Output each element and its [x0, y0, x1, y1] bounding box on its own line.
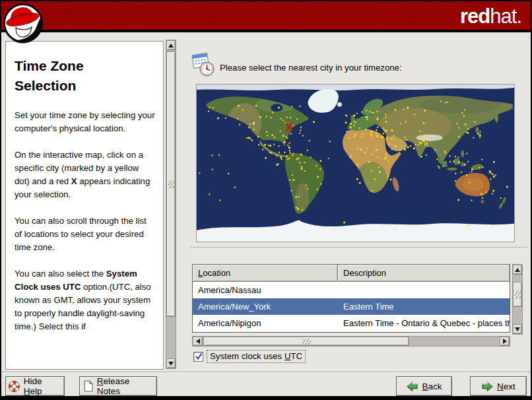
location-cell: America/Nassau	[193, 282, 338, 298]
table-body: America/NassauAmerica/New_YorkEastern Ti…	[193, 282, 510, 331]
scrollbar-thumb[interactable]	[513, 282, 522, 307]
release-notes-button[interactable]: Release Notes	[79, 376, 157, 396]
location-cell: America/Nipigon	[193, 315, 338, 331]
world-map[interactable]	[197, 84, 514, 242]
table-row[interactable]: America/NipigonEastern Time - Ontario & …	[193, 315, 510, 331]
help-text: Set your time zone by selecting your com…	[13, 109, 156, 333]
utc-checkbox-label[interactable]: System clock uses UTC	[207, 350, 306, 363]
hide-help-button[interactable]: Hide Help	[5, 376, 65, 396]
help-panel: Time Zone Selection Set your time zone b…	[5, 41, 164, 370]
page-title: Time Zone Selection	[15, 56, 120, 96]
thumb-grip	[515, 290, 521, 299]
table-header: Location Description	[193, 265, 510, 282]
footer-separator	[1, 372, 531, 373]
up-arrow-icon	[515, 268, 520, 272]
utc-checkbox[interactable]	[193, 352, 203, 362]
scroll-left-button[interactable]	[193, 337, 203, 346]
help-paragraph: You can also scroll through the list of …	[15, 215, 156, 254]
table-horizontal-scrollbar[interactable]	[192, 336, 510, 347]
life-buoy-icon	[8, 380, 20, 393]
up-arrow-icon	[168, 44, 174, 48]
scroll-down-button[interactable]	[166, 358, 176, 368]
brand-bold: red	[460, 5, 490, 28]
timezone-table: Location Description America/NassauAmeri…	[192, 264, 510, 333]
right-arrow-icon	[503, 339, 507, 344]
back-label: Back	[422, 382, 442, 391]
table-vertical-scrollbar[interactable]	[512, 264, 523, 335]
brand-light: hat.	[490, 5, 521, 28]
document-icon	[83, 380, 94, 393]
next-arrow-icon	[481, 381, 494, 392]
next-button[interactable]: Next	[470, 376, 527, 396]
column-header-description[interactable]: Description	[338, 265, 510, 282]
back-arrow-icon	[406, 381, 418, 392]
next-label: Next	[497, 382, 515, 391]
description-cell	[338, 282, 510, 298]
location-cell: America/New_York	[193, 298, 338, 315]
scrollbar-thumb[interactable]	[166, 51, 176, 317]
title-bar	[1, 1, 531, 32]
utc-option-row: System clock uses UTC	[193, 350, 306, 363]
checkmark-icon	[195, 352, 203, 360]
help-paragraph: You can also select the System Clock use…	[15, 267, 156, 333]
help-paragraph: On the interactive map, click on a speci…	[15, 149, 156, 201]
redhat-shadowman-icon	[3, 2, 45, 44]
back-button[interactable]: Back	[396, 376, 452, 396]
table-row[interactable]: America/Nassau	[193, 282, 510, 298]
prompt-text: Please select the nearest city in your t…	[220, 63, 402, 73]
scrollbar-thumb[interactable]	[203, 337, 409, 346]
down-arrow-icon	[515, 327, 520, 331]
installer-window: redhat. Time Zone Selection Set your tim…	[0, 0, 532, 400]
scroll-right-button[interactable]	[500, 337, 510, 346]
scroll-up-button[interactable]	[513, 265, 522, 275]
separator-line	[190, 247, 528, 248]
help-scrollbar[interactable]	[166, 40, 176, 369]
calendar-clock-icon	[190, 52, 215, 77]
scroll-up-button[interactable]	[166, 40, 176, 50]
thumb-grip	[168, 180, 174, 189]
down-arrow-icon	[168, 362, 174, 366]
description-cell: Eastern Time	[338, 298, 510, 315]
thumb-grip	[302, 339, 311, 345]
description-cell: Eastern Time - Ontario & Quebec - places…	[338, 315, 510, 331]
release-notes-label: Release Notes	[97, 376, 151, 396]
redhat-wordmark: redhat.	[460, 5, 521, 28]
hide-help-label: Hide Help	[24, 376, 59, 396]
help-paragraph: Set your time zone by selecting your com…	[15, 109, 156, 135]
column-header-location[interactable]: Location	[193, 265, 338, 282]
table-row[interactable]: America/New_YorkEastern Time	[193, 298, 510, 315]
left-arrow-icon	[196, 339, 200, 344]
scroll-down-button[interactable]	[513, 324, 522, 334]
